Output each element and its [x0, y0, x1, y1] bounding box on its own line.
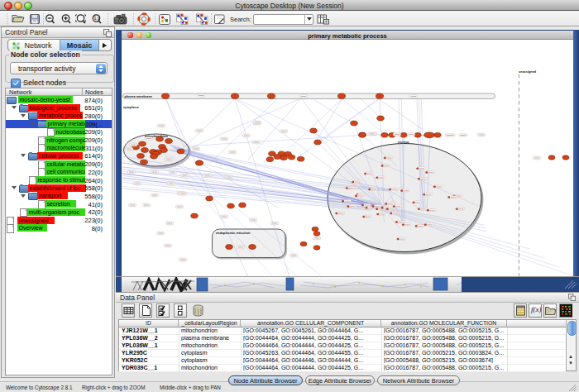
svg-text:1:1: 1:1	[94, 17, 100, 21]
svg-text:cytoplasm: cytoplasm	[123, 106, 139, 109]
svg-text:plasma membrane: plasma membrane	[125, 95, 152, 98]
svg-text:unassigned: unassigned	[519, 70, 537, 74]
